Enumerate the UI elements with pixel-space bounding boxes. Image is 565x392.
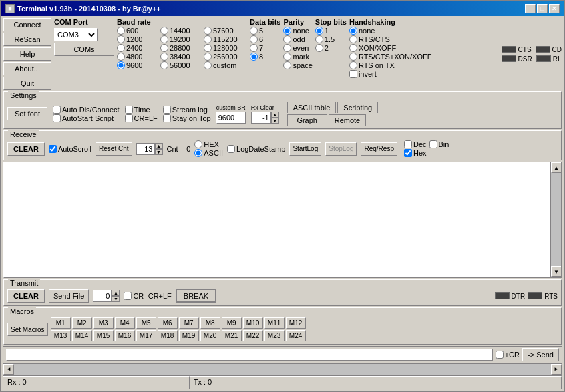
macro-m8[interactable]: M8	[200, 317, 220, 329]
stream-log-item: Stream log	[163, 106, 211, 114]
auto-disconnect-label: Auto Dis/Connect	[62, 106, 120, 114]
macro-m22[interactable]: M22	[243, 330, 263, 341]
cr-cr-lf-checkbox[interactable]	[124, 292, 132, 300]
macro-m10[interactable]: M10	[243, 317, 263, 329]
stream-log-checkbox[interactable]	[163, 106, 171, 114]
macro-m12[interactable]: M12	[286, 317, 306, 329]
tab-ascii-table[interactable]: ASCII table	[287, 102, 337, 113]
receive-clear-button[interactable]: CLEAR	[7, 142, 45, 156]
com-port-section: COM Port COM3 COM1 COM2 COM4 COMs	[54, 18, 114, 90]
minimize-button[interactable]: _	[525, 4, 536, 13]
parity-even: even	[283, 44, 312, 52]
bin-checkbox[interactable]	[429, 140, 437, 148]
start-log-button[interactable]: StartLog	[289, 142, 321, 156]
cr-cr-lf-item: CR=CR+LF	[124, 292, 171, 300]
hscroll-right[interactable]: ►	[551, 364, 562, 375]
macro-m17[interactable]: M17	[136, 330, 156, 341]
macro-m19[interactable]: M19	[179, 330, 199, 341]
rx-clear-input[interactable]	[251, 112, 271, 124]
custom-br-inputs	[216, 112, 246, 124]
cnt-spin-down[interactable]: ▼	[155, 149, 163, 155]
set-macros-button[interactable]: Set Macros	[7, 323, 48, 336]
cr-checkbox[interactable]	[496, 351, 504, 359]
tab-buttons-row1: ASCII table Scripting	[287, 102, 378, 113]
com-port-select[interactable]: COM3 COM1 COM2 COM4	[55, 29, 97, 41]
hex-checkbox[interactable]	[404, 149, 412, 157]
invert-checkbox[interactable]	[349, 70, 357, 78]
custom-br-input[interactable]	[216, 112, 246, 124]
about-button[interactable]: About...	[3, 62, 51, 75]
stay-on-top-label: Stay on Top	[172, 114, 211, 122]
macro-m5[interactable]: M5	[136, 317, 156, 329]
macro-m16[interactable]: M16	[115, 330, 135, 341]
macro-m2[interactable]: M2	[72, 317, 92, 329]
cr-lf-checkbox[interactable]	[125, 114, 133, 122]
break-button[interactable]: BREAK	[176, 289, 216, 303]
macro-m21[interactable]: M21	[222, 330, 242, 341]
tab-buttons-row2: Graph Remote	[287, 114, 378, 126]
macro-m23[interactable]: M23	[264, 330, 285, 341]
stay-on-top-checkbox[interactable]	[163, 114, 171, 122]
ri-led	[536, 55, 551, 62]
com-port-combo[interactable]: COM3 COM1 COM2 COM4	[54, 28, 98, 41]
window-controls: _ □ ✕	[525, 4, 560, 13]
macro-m11[interactable]: M11	[264, 317, 285, 329]
quit-button[interactable]: Quit	[3, 77, 51, 90]
receive-text-area[interactable]: ▲ ▼	[3, 162, 562, 278]
cnt-spin-up[interactable]: ▲	[155, 143, 163, 149]
macro-m20[interactable]: M20	[200, 330, 220, 341]
close-button[interactable]: ✕	[549, 4, 560, 13]
tab-remote[interactable]: Remote	[329, 114, 367, 126]
macro-m7[interactable]: M7	[179, 317, 199, 329]
rescan-button[interactable]: ReScan	[3, 33, 51, 46]
set-font-button[interactable]: Set font	[7, 107, 47, 120]
dec-checkbox[interactable]	[404, 140, 412, 148]
auto-disconnect-checkbox[interactable]	[53, 106, 61, 114]
log-date-stamp-checkbox[interactable]	[227, 145, 235, 153]
macro-m6[interactable]: M6	[158, 317, 178, 329]
tab-graph[interactable]: Graph	[287, 114, 327, 126]
autostart-script-checkbox[interactable]	[53, 114, 61, 122]
transmit-spin-down[interactable]: ▼	[112, 296, 120, 302]
send-file-button[interactable]: Send File	[49, 289, 89, 303]
req-resp-button[interactable]: Req/Resp	[361, 142, 397, 156]
spin-up[interactable]: ▲	[271, 112, 279, 118]
main-content: Connect ReScan Help About... Quit COM Po…	[1, 16, 564, 391]
hscroll-left[interactable]: ◄	[3, 364, 14, 375]
main-text-input[interactable]	[6, 349, 493, 361]
macro-m3[interactable]: M3	[93, 317, 114, 329]
coms-button[interactable]: COMs	[54, 43, 114, 56]
macro-m24[interactable]: M24	[286, 330, 306, 341]
baud-14400: 14400	[160, 27, 204, 35]
receive-legend: Receive	[8, 130, 39, 138]
receive-scrollbar-v[interactable]: ▲ ▼	[550, 162, 561, 277]
macro-m4[interactable]: M4	[115, 317, 135, 329]
macro-m9[interactable]: M9	[222, 317, 242, 329]
connect-button[interactable]: Connect	[3, 18, 51, 31]
help-button[interactable]: Help	[3, 47, 51, 61]
cnt-input[interactable]	[136, 143, 155, 155]
settings-content: Set font Auto Dis/Connect AutoStart Scri…	[7, 102, 558, 126]
spin-down[interactable]: ▼	[271, 118, 279, 124]
stop-log-button[interactable]: StopLog	[325, 142, 357, 156]
send-button[interactable]: -> Send	[522, 348, 559, 361]
transmit-counter-spin: ▲ ▼	[93, 290, 120, 302]
macro-m15[interactable]: M15	[93, 330, 114, 341]
transmit-clear-button[interactable]: CLEAR	[7, 289, 45, 303]
reset-cnt-button[interactable]: Reset Cnt	[96, 142, 132, 156]
macro-m18[interactable]: M18	[158, 330, 178, 341]
transmit-spin-up[interactable]: ▲	[112, 290, 120, 296]
macro-m13[interactable]: M13	[51, 330, 71, 341]
maximize-button[interactable]: □	[537, 4, 548, 13]
h-scrollbar[interactable]: ◄ ►	[3, 363, 562, 374]
tab-scripting[interactable]: Scripting	[337, 102, 378, 113]
scroll-down-btn[interactable]: ▼	[551, 266, 562, 277]
time-checkbox[interactable]	[125, 106, 133, 114]
baud-600: 600	[117, 27, 160, 35]
scroll-up-btn[interactable]: ▲	[551, 162, 562, 173]
cd-led	[536, 46, 550, 53]
autoscroll-checkbox[interactable]	[49, 145, 57, 153]
transmit-counter-input[interactable]	[93, 290, 112, 302]
macro-m14[interactable]: M14	[72, 330, 92, 341]
macro-m1[interactable]: M1	[51, 317, 71, 329]
